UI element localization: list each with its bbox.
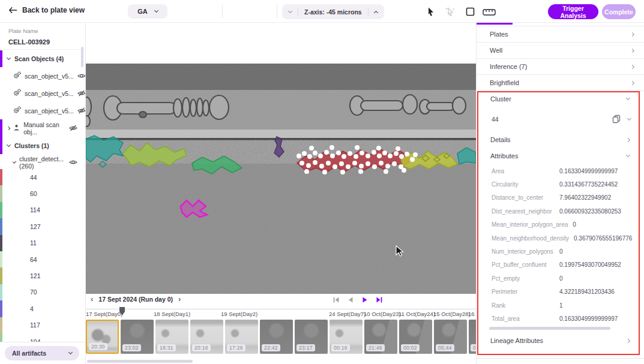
- play-button[interactable]: [360, 294, 370, 305]
- timeline-scrollbar[interactable]: [87, 360, 193, 363]
- cluster-color-bar: [0, 284, 2, 300]
- timeline-tick-label: 15 Oct(Day28): [433, 311, 471, 317]
- cluster-id-item[interactable]: 44: [0, 169, 86, 185]
- prev-day-icon[interactable]: ‹: [91, 296, 93, 302]
- attribute-name: Mean_interior_polygon_area: [492, 221, 573, 228]
- attributes-scrollbar[interactable]: [489, 327, 610, 330]
- timeline-thumbnail[interactable]: 22:42: [260, 320, 293, 354]
- object-tree: Scan Objects (4) scan_object_v5...scan_o…: [0, 50, 85, 170]
- cluster-id-item[interactable]: 60: [0, 185, 86, 201]
- eye-icon[interactable]: [69, 159, 77, 166]
- manual-scan-objects-item[interactable]: Manual scan obj...: [0, 119, 85, 137]
- cluster-id-selector[interactable]: 44: [477, 113, 640, 126]
- attribute-row: Perimeter4.322189431203436: [477, 285, 640, 299]
- cluster-detection-item[interactable]: cluster_detect... (260): [0, 154, 85, 170]
- attribute-name: Rank: [492, 302, 559, 309]
- smart-pointer-tool-icon[interactable]: [445, 7, 456, 19]
- timeline-thumbnail[interactable]: 21:46: [364, 320, 397, 354]
- timeline-thumbnail[interactable]: 18:31: [155, 320, 188, 354]
- attributes-label: Attributes: [490, 152, 518, 160]
- timeline-thumbnail[interactable]: 23:17: [295, 320, 328, 354]
- skip-to-start-button[interactable]: [331, 294, 342, 305]
- divider: [477, 358, 644, 359]
- next-day-icon[interactable]: ›: [178, 296, 181, 302]
- rectangle-tool-icon[interactable]: [466, 7, 475, 19]
- complete-button[interactable]: Complete: [602, 4, 636, 19]
- scan-objects-list: scan_object_v5...scan_object_v5...scan_o…: [0, 67, 85, 119]
- thumbnail-timestamp: 21:46: [366, 344, 385, 351]
- timeline-thumbnail[interactable]: 20:30: [86, 320, 119, 354]
- gear-icon: [13, 71, 21, 80]
- thumbnail-timestamp: 23:17: [296, 344, 315, 351]
- clusters-header[interactable]: Clusters (1): [0, 137, 85, 154]
- chevron-right-icon: [7, 126, 11, 130]
- copy-icon[interactable]: [612, 115, 621, 125]
- chevron-right-icon: [630, 48, 634, 52]
- details-accordion[interactable]: Details: [477, 133, 640, 146]
- cluster-id-item[interactable]: 70: [0, 284, 86, 300]
- timeline-thumbnail[interactable]: 00:16: [330, 320, 363, 354]
- scan-object-item[interactable]: scan_object_v5...: [0, 67, 85, 85]
- timeline-thumbnail[interactable]: 00: [469, 320, 476, 354]
- cluster-color-bar: [0, 267, 2, 284]
- back-label: Back to plate view: [22, 6, 85, 14]
- lineage-attributes-accordion[interactable]: Lineage Attributes: [477, 334, 640, 347]
- scan-objects-header[interactable]: Scan Objects (4): [0, 50, 85, 67]
- eye-off-icon[interactable]: [77, 107, 86, 114]
- timeline-thumbnail[interactable]: 00:02: [399, 320, 432, 354]
- timeline-thumbnail[interactable]: 23:02: [121, 320, 154, 354]
- selected-cluster-id: 44: [492, 116, 499, 123]
- panel-section-brightfield[interactable]: Brightfield: [477, 75, 644, 91]
- skip-to-end-button[interactable]: [374, 294, 385, 305]
- cluster-id-item[interactable]: 4: [0, 300, 86, 317]
- z-axis-decrease-icon[interactable]: [288, 8, 292, 13]
- panel-section-plates[interactable]: Plates: [477, 26, 644, 43]
- panel-section-well[interactable]: Well: [477, 43, 644, 59]
- attribute-name: Distance_to_center: [492, 194, 559, 201]
- attribute-value: 0: [559, 275, 563, 282]
- toolbar-divider: [277, 5, 277, 18]
- scan-object-item[interactable]: scan_object_v5...: [0, 85, 85, 102]
- mode-select-dropdown[interactable]: GA: [128, 4, 167, 19]
- artifacts-filter-dropdown[interactable]: All artifacts: [5, 346, 79, 360]
- z-axis-increase-icon[interactable]: [374, 10, 378, 14]
- cluster-section-header[interactable]: Cluster: [477, 92, 640, 106]
- cluster-id-item[interactable]: 11: [0, 235, 86, 251]
- attribute-value: 0: [559, 248, 563, 255]
- back-to-plate-view-button[interactable]: Back to plate view: [8, 6, 85, 14]
- trigger-analysis-button[interactable]: Trigger Analysis: [548, 4, 598, 19]
- timeline-thumbnail[interactable]: 05:44: [434, 320, 467, 354]
- cluster-id-item[interactable]: 117: [0, 317, 86, 333]
- attribute-value: 0.3314367735224452: [559, 181, 618, 188]
- timeline-thumbnails: 20:3023:0218:3120:1617:2622:4223:1700:16…: [86, 320, 476, 354]
- eye-off-icon[interactable]: [77, 90, 86, 97]
- chevron-down-icon: [7, 142, 11, 146]
- microscopy-canvas[interactable]: [86, 64, 476, 294]
- cluster-id-item[interactable]: 64: [0, 251, 86, 267]
- panel-section-inference-7-[interactable]: Inference (7): [477, 59, 644, 75]
- thumbnail-timestamp: 05:44: [436, 344, 454, 351]
- chevron-right-icon: [626, 338, 630, 342]
- timeline-tick-label: 16 Oct: [468, 311, 476, 317]
- thumbnail-timestamp: 23:02: [122, 344, 141, 351]
- attribute-row: Dist_nearest_neighbor0.06600932335080253: [477, 204, 640, 218]
- eye-off-icon[interactable]: [69, 125, 77, 131]
- step-back-button[interactable]: [345, 294, 356, 305]
- chevron-down-icon[interactable]: [627, 116, 631, 121]
- cluster-id-item[interactable]: 114: [0, 202, 86, 218]
- z-axis-stepper[interactable]: Z-axis: -45 microns: [282, 4, 384, 19]
- attributes-accordion[interactable]: Attributes: [477, 149, 640, 163]
- thumbnail-timestamp: 00:16: [331, 344, 350, 351]
- attribute-value: 0.1633049999999997: [559, 315, 618, 322]
- timeline-thumbnail[interactable]: 17:26: [225, 320, 258, 354]
- attribute-value: 0.06600932335080253: [559, 208, 621, 215]
- cluster-id-label: 121: [30, 272, 41, 279]
- eye-icon[interactable]: [77, 73, 86, 79]
- ruler-tool-icon[interactable]: [483, 8, 496, 19]
- pointer-tool-icon[interactable]: [426, 7, 436, 19]
- cluster-id-item[interactable]: 121: [0, 267, 86, 284]
- cluster-id-label: 70: [30, 288, 37, 296]
- timeline-thumbnail[interactable]: 20:16: [190, 320, 223, 354]
- scan-object-item[interactable]: scan_object_v5...: [0, 102, 85, 119]
- cluster-id-item[interactable]: 127: [0, 218, 86, 234]
